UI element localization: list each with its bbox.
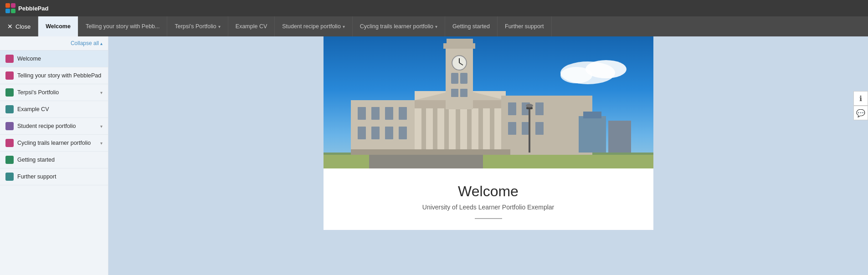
sidebar-icon-telling xyxy=(5,71,14,80)
hero-image xyxy=(324,36,653,168)
tab-cycling[interactable]: Cycling trails learner portfolio ▾ xyxy=(353,16,445,36)
svg-rect-50 xyxy=(529,107,530,153)
app-logo-text: PebblePad xyxy=(18,5,48,12)
sidebar-item-example-cv[interactable]: Example CV xyxy=(0,101,108,118)
svg-rect-47 xyxy=(460,73,467,84)
sidebar-item-getting-started-label: Getting started xyxy=(17,157,103,163)
svg-rect-14 xyxy=(358,107,366,120)
info-button[interactable]: ℹ xyxy=(853,91,868,106)
chevron-down-icon: ▾ xyxy=(100,124,103,129)
svg-rect-3 xyxy=(11,9,15,13)
sidebar-item-telling[interactable]: Telling your story with PebblePad xyxy=(0,67,108,84)
chevron-down-icon: ▾ xyxy=(218,24,221,29)
svg-rect-27 xyxy=(467,107,472,155)
welcome-title: Welcome xyxy=(342,183,635,200)
svg-rect-29 xyxy=(490,107,494,155)
svg-rect-41 xyxy=(447,39,473,44)
sidebar-item-example-cv-label: Example CV xyxy=(17,106,103,112)
sidebar-item-further-support[interactable]: Further support xyxy=(0,168,108,185)
tab-example-cv-label: Example CV xyxy=(236,23,267,30)
svg-rect-18 xyxy=(358,127,366,139)
svg-rect-54 xyxy=(369,154,483,168)
tab-telling-label: Telling your story with Pebb... xyxy=(86,23,160,30)
sidebar-item-telling-label: Telling your story with PebblePad xyxy=(17,72,103,79)
sidebar-icon-student-recipe xyxy=(5,122,14,130)
chevron-down-icon: ▾ xyxy=(100,90,103,95)
svg-rect-28 xyxy=(478,107,483,155)
sidebar-icon-getting-started xyxy=(5,156,14,164)
svg-rect-35 xyxy=(535,102,544,115)
svg-rect-0 xyxy=(5,3,10,8)
svg-point-52 xyxy=(526,104,533,107)
svg-rect-38 xyxy=(535,122,544,135)
close-label: Close xyxy=(15,23,31,30)
svg-point-7 xyxy=(560,67,592,83)
tab-getting-started-label: Getting started xyxy=(452,23,490,30)
close-button[interactable]: ✕ Close xyxy=(0,16,38,36)
close-x-icon: ✕ xyxy=(7,23,13,30)
collapse-all-button[interactable]: Collapse all ▴ xyxy=(71,40,103,46)
svg-rect-36 xyxy=(508,122,516,135)
svg-rect-25 xyxy=(444,107,449,155)
svg-rect-56 xyxy=(583,112,601,118)
sidebar-icon-welcome xyxy=(5,55,14,63)
pebblepad-logo-icon xyxy=(5,3,15,13)
collapse-chevron-icon: ▴ xyxy=(100,41,103,46)
tab-cycling-label: Cycling trails learner portfolio xyxy=(360,23,433,30)
welcome-divider xyxy=(475,218,502,219)
svg-rect-20 xyxy=(385,127,393,139)
tab-welcome[interactable]: Welcome xyxy=(38,16,78,36)
university-building-svg xyxy=(324,36,653,168)
tab-welcome-label: Welcome xyxy=(46,23,71,30)
right-panel: ℹ 💬 xyxy=(853,91,868,120)
welcome-subtitle: University of Leeds Learner Portfolio Ex… xyxy=(342,204,635,211)
svg-rect-48 xyxy=(451,89,458,97)
sidebar-item-student-recipe[interactable]: Student recipe portfolio ▾ xyxy=(0,118,108,135)
svg-rect-2 xyxy=(5,9,10,13)
tab-getting-started[interactable]: Getting started xyxy=(445,16,498,36)
sidebar-header: Collapse all ▴ xyxy=(0,36,108,51)
svg-rect-19 xyxy=(371,127,380,139)
tab-further-support-label: Further support xyxy=(505,23,544,30)
svg-rect-58 xyxy=(351,149,510,155)
svg-rect-17 xyxy=(399,107,407,120)
sidebar-item-terpsi[interactable]: Terpsi's Portfolio ▾ xyxy=(0,84,108,101)
collapse-all-label: Collapse all xyxy=(71,40,99,46)
app-bar: PebblePad xyxy=(0,0,868,16)
svg-rect-24 xyxy=(433,107,437,155)
sidebar-item-welcome-label: Welcome xyxy=(17,56,103,62)
chat-icon: 💬 xyxy=(856,109,865,117)
nav-bar: ✕ Close Welcome Telling your story with … xyxy=(0,16,868,36)
sidebar-icon-terpsi xyxy=(5,88,14,97)
content-card: Welcome University of Leeds Learner Port… xyxy=(324,36,653,230)
svg-rect-46 xyxy=(451,73,458,84)
svg-rect-39 xyxy=(446,46,473,109)
sidebar-item-terpsi-label: Terpsi's Portfolio xyxy=(17,89,97,96)
sidebar-item-cycling[interactable]: Cycling trails learner portfolio ▾ xyxy=(0,135,108,152)
sidebar-item-getting-started[interactable]: Getting started xyxy=(0,152,108,168)
welcome-section: Welcome University of Leeds Learner Port… xyxy=(324,168,653,230)
tab-terpsi[interactable]: Terpsi's Portfolio ▾ xyxy=(167,16,228,36)
svg-rect-1 xyxy=(11,3,15,8)
sidebar: Collapse all ▴ Welcome Telling your stor… xyxy=(0,36,108,275)
sidebar-item-welcome[interactable]: Welcome xyxy=(0,51,108,67)
chat-button[interactable]: 💬 xyxy=(853,106,868,120)
svg-rect-15 xyxy=(371,107,380,120)
chevron-down-icon: ▾ xyxy=(435,24,437,29)
sidebar-item-cycling-label: Cycling trails learner portfolio xyxy=(17,140,97,146)
svg-rect-55 xyxy=(579,116,606,153)
tab-student-recipe[interactable]: Student recipe portfolio ▾ xyxy=(275,16,353,36)
tab-student-recipe-label: Student recipe portfolio xyxy=(282,23,341,30)
chevron-down-icon: ▾ xyxy=(100,141,103,146)
sidebar-item-further-support-label: Further support xyxy=(17,173,103,180)
info-icon: ℹ xyxy=(859,94,862,103)
sidebar-icon-example-cv xyxy=(5,105,14,113)
tab-further-support[interactable]: Further support xyxy=(498,16,551,36)
chevron-down-icon: ▾ xyxy=(343,24,345,29)
tab-telling[interactable]: Telling your story with Pebb... xyxy=(78,16,168,36)
sidebar-icon-cycling xyxy=(5,139,14,147)
svg-rect-23 xyxy=(421,107,426,155)
tab-example-cv[interactable]: Example CV xyxy=(228,16,275,36)
main-content: Welcome University of Leeds Learner Port… xyxy=(108,36,868,275)
main-layout: Collapse all ▴ Welcome Telling your stor… xyxy=(0,36,868,275)
